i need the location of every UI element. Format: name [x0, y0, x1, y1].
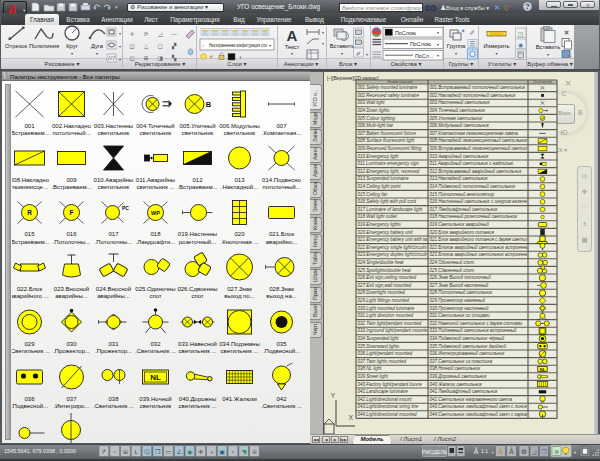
- svg-text:013: 013: [234, 177, 245, 183]
- svg-text:1:1: 1:1: [481, 448, 488, 454]
- svg-text:004.Точечный: 004.Точечный: [136, 123, 174, 129]
- svg-text:светильник: светильник: [140, 130, 172, 136]
- svg-text:.Светильник ...: .Светильник ...: [12, 348, 50, 354]
- svg-text:A: A: [287, 27, 298, 44]
- svg-text:011.Аварийный светильник с над: 011.Аварийный светильник с надписью: [430, 160, 514, 166]
- svg-text:▾: ▾: [119, 31, 121, 36]
- svg-text:020.Emergency battery unit: 020.Emergency battery unit: [358, 230, 414, 235]
- svg-text:003.Настенный светильник: 003.Настенный светильник: [430, 99, 491, 105]
- svg-text:033.Inground light/pendant mou: 033.Inground light/pendant mounted: [358, 328, 431, 333]
- svg-text:▾: ▾: [291, 51, 293, 56]
- svg-text:015: 015: [24, 231, 35, 237]
- svg-text:ПоСлою: ПоСлою: [410, 41, 431, 47]
- svg-text:043.Light/directional string l: 043.Light/directional string line: [358, 404, 419, 409]
- svg-text:015.Потолочный вентилятор: 015.Потолочный вентилятор: [430, 191, 495, 197]
- svg-text:Несохраненная конфигурация сло: Несохраненная конфигурация сло: [209, 42, 267, 48]
- svg-text:001.Safety mounted luminaire: 001.Safety mounted luminaire: [358, 85, 418, 90]
- svg-text:NL: NL: [150, 373, 161, 382]
- svg-text:X: X: [349, 414, 354, 421]
- svg-text:028.Потолочный светильник: 028.Потолочный светильник: [430, 289, 493, 295]
- svg-text:ПоСлою: ПоСлою: [395, 30, 416, 36]
- svg-text:036: 036: [24, 396, 35, 402]
- svg-text:039.Ночной: 039.Ночной: [139, 396, 171, 402]
- svg-text:▾: ▾: [341, 51, 343, 56]
- svg-text:Группа: Группа: [447, 43, 466, 49]
- svg-text:044.Светильник ландшафтный све: 044.Светильник ландшафтный свет с каркас…: [430, 411, 535, 417]
- svg-text:розеточный...: розеточный...: [179, 239, 217, 245]
- svg-text:✛: ✛: [130, 31, 135, 37]
- svg-text:R: R: [27, 209, 32, 216]
- svg-text:008.Накладной люминесцентный с: 008.Накладной люминесцентный светильник: [430, 137, 529, 143]
- svg-text:F: F: [70, 209, 74, 216]
- svg-text:▣: ▣: [219, 449, 225, 455]
- svg-text:Полилиния: Полилиния: [29, 43, 59, 49]
- svg-text:Текст: Текст: [285, 44, 300, 50]
- svg-text:.Накладной...: .Накладной...: [221, 184, 259, 190]
- svg-text:019.Настенны: 019.Настенны: [178, 231, 217, 237]
- svg-text:006.Модульный светильник: 006.Модульный светильник: [430, 122, 490, 128]
- svg-text:012.Emergency light, recessed: 012.Emergency light, recessed: [358, 169, 420, 174]
- svg-text:024.Вносной: 024.Вносной: [96, 286, 131, 292]
- svg-text:Вставить: Вставить: [330, 43, 355, 49]
- svg-text:036.Light/pendant mounted: 036.Light/pendant mounted: [358, 351, 413, 356]
- svg-text:003.Wall light: 003.Wall light: [358, 100, 386, 105]
- svg-text:003.Настенны: 003.Настенны: [94, 123, 133, 129]
- svg-text:WP: WP: [151, 210, 160, 216]
- svg-text:032.Twin light/pendant mounted: 032.Twin light/pendant mounted: [358, 321, 422, 326]
- svg-text:Дуга: Дуга: [91, 43, 104, 49]
- svg-text:⟳: ⟳: [144, 31, 149, 37]
- svg-text:032: 032: [150, 341, 161, 347]
- svg-text:◫: ◫: [129, 43, 134, 49]
- svg-text:▾: ▾: [491, 450, 493, 455]
- svg-text:✦: ✦: [460, 28, 465, 34]
- svg-text:▾: ▾: [574, 450, 577, 455]
- svg-text:спот: спот: [149, 293, 161, 299]
- svg-text:Круг: Круг: [66, 43, 78, 49]
- svg-text:040.Factory light/pendant louv: 040.Factory light/pendant louvre: [358, 382, 423, 387]
- svg-text:004.Down lights: 004.Down lights: [358, 108, 391, 113]
- svg-text:023.Вносной: 023.Вносной: [54, 286, 89, 292]
- svg-text:025.Spotlights/double heat: 025.Spotlights/double heat: [358, 268, 412, 273]
- svg-text:029.Light fittings mounted: 029.Light fittings mounted: [358, 298, 410, 303]
- svg-text:036.Интегрированный светильник: 036.Интегрированный светильник: [430, 350, 506, 356]
- svg-text:001.Встраиваемый потолочный св: 001.Встраиваемый потолочный светильник: [430, 84, 526, 90]
- svg-text:016: 016: [66, 231, 77, 237]
- svg-text:✐: ✐: [356, 51, 361, 57]
- svg-text:038: 038: [108, 396, 119, 402]
- svg-text:◉: ◉: [187, 449, 192, 455]
- svg-text:009.Встраиваемый люминесцентны: 009.Встраиваемый люминесцентный светильн…: [430, 145, 538, 151]
- svg-text:041.Ландшафтный светильник: 041.Ландшафтный светильник: [430, 388, 499, 394]
- svg-text:⊞: ⊞: [144, 55, 149, 61]
- svg-text:033.Навесной: 033.Навесной: [178, 341, 217, 347]
- svg-text:023.Блоков аварийных светильни: 023.Блоков аварийных светильник встроенн…: [430, 251, 532, 257]
- svg-text:005.Уличная светильник: 005.Уличная светильник: [430, 116, 484, 121]
- svg-text:021.Блок: 021.Блок: [269, 231, 294, 237]
- svg-text:008.Surface fluorescent light: 008.Surface fluorescent light: [358, 138, 416, 143]
- svg-text:032.Навесной светильник с двум: 032.Навесной светильник с двумя спотами: [430, 320, 523, 326]
- svg-text:007: 007: [276, 123, 287, 129]
- svg-text:017.Ландшафтный светильник: 017.Ландшафтный светильник: [430, 206, 499, 212]
- svg-text:▞: ▞: [171, 42, 177, 50]
- svg-text:001: 001: [24, 123, 35, 129]
- svg-text:042: 042: [276, 396, 287, 402]
- svg-text:018.Wall light outlet: 018.Wall light outlet: [358, 214, 398, 219]
- svg-text:выход на...: выход на...: [266, 293, 297, 299]
- svg-text:020: 020: [234, 231, 245, 237]
- svg-text:☀: ☀: [208, 54, 214, 60]
- svg-text:014.Подвесной потолочный свети: 014.Подвесной потолочный светильник: [430, 183, 517, 189]
- svg-text:▾: ▾: [455, 51, 457, 56]
- svg-text:011.Luminaire emergency sign: 011.Luminaire emergency sign: [358, 161, 420, 166]
- svg-text:светильник: светильник: [98, 130, 130, 136]
- svg-text:✕: ✕: [564, 29, 569, 36]
- svg-text:012: 012: [192, 177, 203, 183]
- svg-text:светильник: светильник: [182, 130, 214, 136]
- svg-text:028.Знак: 028.Знак: [269, 286, 294, 292]
- svg-text:.Прожектор...: .Прожектор...: [95, 348, 132, 354]
- svg-text:▚: ▚: [171, 54, 177, 62]
- svg-text:аварийно...: аварийно...: [266, 239, 298, 245]
- svg-text:022.Блоков аварийный светильни: 022.Блоков аварийный светильник встроенн…: [430, 244, 533, 250]
- svg-text:019.Emergency lights: 019.Emergency lights: [358, 222, 402, 227]
- svg-text:.Встраеваем...: .Встраеваем...: [177, 184, 218, 190]
- svg-text:040.Жалюзи светильник: 040.Жалюзи светильник: [430, 382, 483, 387]
- svg-text:006.Multi-light bar: 006.Multi-light bar: [358, 123, 394, 128]
